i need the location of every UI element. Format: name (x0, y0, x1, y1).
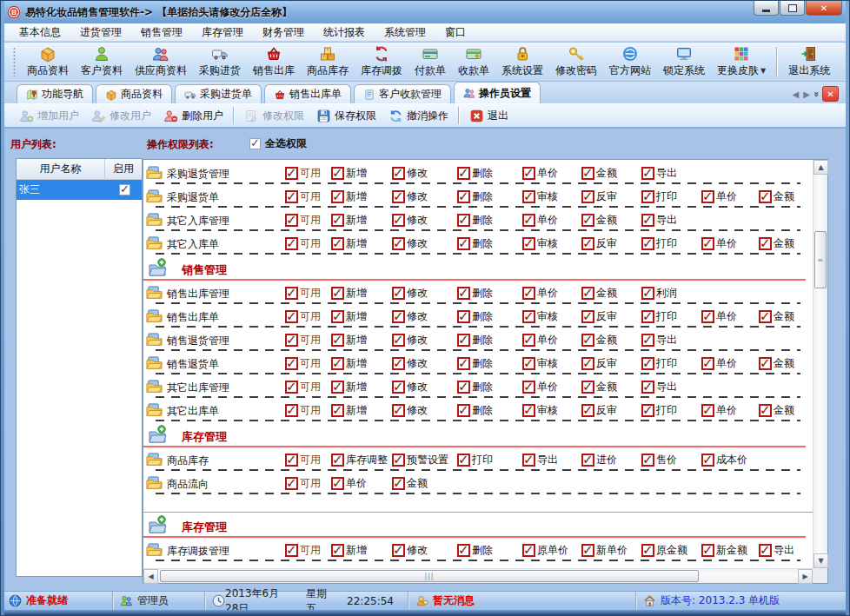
permission-checkbox-6[interactable]: 反审 (581, 189, 617, 204)
checkbox-checked-icon[interactable] (331, 167, 344, 180)
checkbox-checked-icon[interactable] (641, 544, 654, 557)
checkbox-checked-icon[interactable] (581, 454, 594, 467)
checkbox-checked-icon[interactable] (581, 334, 594, 347)
permission-checkbox-5[interactable]: 导出 (522, 453, 558, 467)
checkbox-checked-icon[interactable] (641, 381, 654, 394)
checkbox-checked-icon[interactable] (581, 167, 594, 180)
checkbox-checked-icon[interactable] (581, 544, 594, 557)
permission-checkbox-5[interactable]: 单价 (522, 166, 558, 181)
checkbox-checked-icon[interactable] (392, 454, 405, 467)
checkbox-checked-icon[interactable] (392, 190, 405, 203)
checkbox-checked-icon[interactable] (392, 544, 405, 557)
permission-checkbox-5[interactable]: 审核 (522, 236, 558, 251)
permission-checkbox-3[interactable]: 修改 (392, 213, 428, 228)
checkbox-checked-icon[interactable] (457, 404, 470, 417)
checkbox-checked-icon[interactable] (701, 544, 714, 557)
permission-checkbox-8[interactable]: 单价 (701, 236, 737, 251)
edit-permission-button[interactable]: 修改权限 (238, 107, 310, 125)
checkbox-checked-icon[interactable] (392, 214, 405, 227)
permission-checkbox-1[interactable]: 可用 (285, 166, 321, 181)
checkbox-checked-icon[interactable] (701, 190, 714, 203)
permission-checkbox-7[interactable]: 导出 (641, 333, 677, 348)
permission-checkbox-6[interactable]: 反审 (581, 236, 617, 251)
checkbox-checked-icon[interactable] (581, 190, 594, 203)
permission-checkbox-7[interactable]: 导出 (641, 213, 677, 228)
maximize-button[interactable] (780, 1, 805, 16)
toolbar-button-sales-out[interactable]: 销售出库 (247, 44, 301, 79)
tab-function-nav[interactable]: 功能导航 (17, 84, 93, 103)
permission-checkbox-6[interactable]: 金额 (581, 333, 617, 348)
tab-sales-order[interactable]: 销售出库单 (264, 84, 351, 103)
permission-checkbox-5[interactable]: 原单价 (522, 543, 568, 558)
checkbox-checked-icon[interactable] (457, 381, 470, 394)
permission-checkbox-3[interactable]: 修改 (392, 403, 428, 418)
permission-checkbox-3[interactable]: 修改 (392, 356, 428, 371)
permission-checkbox-4[interactable]: 删除 (457, 333, 493, 348)
checkbox-checked-icon[interactable] (759, 544, 772, 557)
checkbox-checked-icon[interactable] (285, 214, 298, 227)
checkbox-checked-icon[interactable] (522, 214, 535, 227)
permission-checkbox-2[interactable]: 单价 (331, 476, 367, 491)
checkbox-checked-icon[interactable] (392, 477, 405, 490)
checkbox-checked-icon[interactable] (285, 334, 298, 347)
checkbox-checked-icon[interactable] (331, 404, 344, 417)
checkbox-checked-icon[interactable] (522, 404, 535, 417)
permission-checkbox-1[interactable]: 可用 (285, 309, 321, 324)
permission-checkbox-1[interactable]: 可用 (285, 403, 321, 418)
vertical-scroll-thumb[interactable]: ≡ (814, 231, 827, 288)
permission-checkbox-7[interactable]: 打印 (641, 309, 677, 324)
edit-user-button[interactable]: 修改用户 (85, 107, 157, 125)
checkbox-checked-icon[interactable] (392, 404, 405, 417)
permission-checkbox-1[interactable]: 可用 (285, 453, 321, 467)
checkbox-checked-icon[interactable] (392, 310, 405, 323)
add-user-button[interactable]: 增加用户 (13, 107, 85, 125)
permission-checkbox-7[interactable]: 打印 (641, 236, 677, 251)
checkbox-checked-icon[interactable] (457, 287, 470, 300)
checkbox-checked-icon[interactable] (285, 190, 298, 203)
scroll-left-icon[interactable]: ◀ (143, 569, 158, 584)
checkbox-checked-icon[interactable] (457, 167, 470, 180)
checkbox-checked-icon[interactable] (457, 454, 470, 467)
permission-checkbox-4[interactable]: 删除 (457, 166, 493, 181)
user-enabled-checkbox[interactable] (119, 184, 130, 195)
permission-checkbox-2[interactable]: 新增 (331, 236, 367, 251)
permission-checkbox-1[interactable]: 可用 (285, 213, 321, 228)
permission-checkbox-8[interactable]: 单价 (701, 189, 737, 204)
permission-checkbox-2[interactable]: 新增 (331, 166, 367, 181)
checkbox-checked-icon[interactable] (522, 310, 535, 323)
permission-checkbox-6[interactable]: 新单价 (581, 543, 628, 558)
permission-checkbox-5[interactable]: 单价 (522, 286, 558, 301)
permission-checkbox-6[interactable]: 反审 (581, 403, 617, 418)
permission-checkbox-1[interactable]: 可用 (285, 356, 321, 371)
checkbox-checked-icon[interactable] (457, 310, 470, 323)
permission-checkbox-2[interactable]: 库存调整 (331, 453, 388, 467)
permission-checkbox-3[interactable]: 金额 (392, 476, 428, 491)
permission-checkbox-2[interactable]: 新增 (331, 286, 367, 301)
checkbox-checked-icon[interactable] (457, 237, 470, 250)
user-table-row[interactable]: 张三 (17, 180, 142, 200)
permission-checkbox-4[interactable]: 删除 (457, 286, 493, 301)
menu-item-finance-mgmt[interactable]: 财务管理 (253, 23, 314, 42)
permission-checkbox-6[interactable]: 金额 (581, 213, 617, 228)
checkbox-checked-icon[interactable] (581, 214, 594, 227)
permission-checkbox-7[interactable]: 打印 (641, 356, 677, 371)
checkbox-checked-icon[interactable] (701, 404, 714, 417)
checkbox-checked-icon[interactable] (392, 287, 405, 300)
toolbar-button-goods-info[interactable]: 商品资料 (21, 44, 75, 79)
tab-customer-receipts[interactable]: 客户收款管理 (354, 84, 451, 103)
permission-checkbox-5[interactable]: 审核 (522, 189, 558, 204)
permission-checkbox-4[interactable]: 删除 (457, 189, 493, 204)
permission-checkbox-5[interactable]: 单价 (522, 213, 558, 228)
checkbox-checked-icon[interactable] (392, 334, 405, 347)
checkbox-checked-icon[interactable] (641, 357, 654, 370)
checkbox-checked-icon[interactable] (331, 477, 344, 490)
checkbox-checked-icon[interactable] (331, 237, 344, 250)
permission-checkbox-5[interactable]: 单价 (522, 333, 558, 348)
checkbox-checked-icon[interactable] (522, 334, 535, 347)
checkbox-checked-icon[interactable] (701, 237, 714, 250)
checkbox-checked-icon[interactable] (522, 237, 535, 250)
checkbox-checked-icon[interactable] (457, 357, 470, 370)
checkbox-checked-icon[interactable] (701, 310, 714, 323)
toolbar-button-purchase-in[interactable]: 采购进货 (193, 44, 247, 79)
permission-checkbox-8[interactable]: 单价 (701, 309, 737, 324)
